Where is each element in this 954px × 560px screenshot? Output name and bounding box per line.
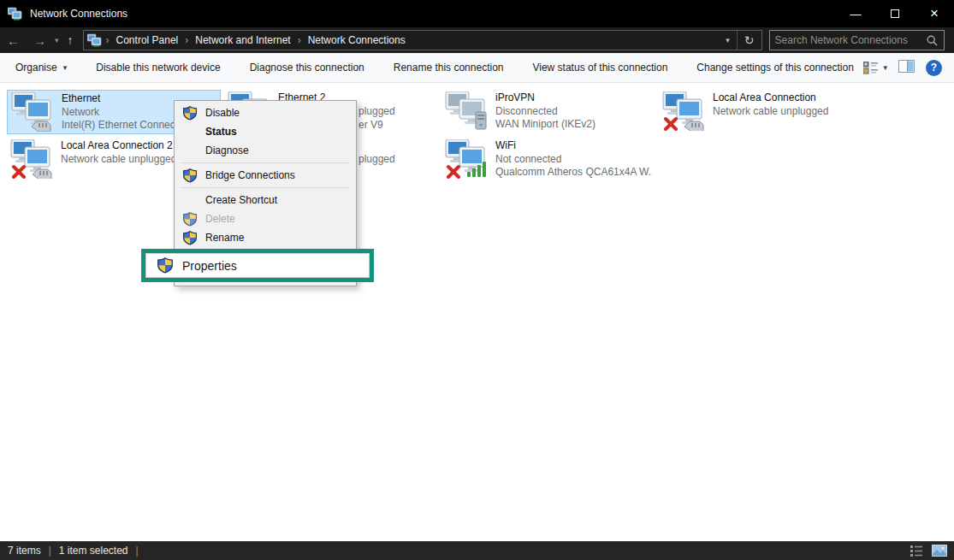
menu-item-label: Bridge Connections — [205, 169, 295, 181]
connections-list: Ethernet Network Intel(R) Ethernet Conne… — [0, 84, 954, 541]
menu-item-label: Diagnose — [205, 144, 249, 156]
connection-name: Local Area Connection 2 — [61, 139, 176, 153]
window-controls: — × — [836, 0, 954, 27]
refresh-button[interactable]: ↻ — [737, 31, 761, 50]
uac-shield-icon — [183, 231, 205, 245]
ethernet-adapter-icon — [11, 92, 54, 132]
minimize-button[interactable]: — — [836, 0, 875, 27]
connection-text: WiFi Not connected Qualcomm Atheros QCA6… — [495, 139, 652, 180]
disable-device-button[interactable]: Disable this network device — [96, 62, 220, 74]
connection-device: Qualcomm Atheros QCA61x4A W... — [495, 166, 652, 180]
connection-status: Disconnected — [495, 105, 596, 119]
menu-item-bridge-connections[interactable]: Bridge Connections — [175, 166, 356, 185]
chevron-down-icon: ▾ — [55, 36, 59, 44]
toolbar-right-icons: ▾ ? — [863, 60, 942, 76]
chevron-down-icon: ▾ — [63, 63, 68, 72]
address-bar: ← → ▾ ↑ › Control Panel › Network and In… — [0, 27, 954, 53]
change-view-button[interactable]: ▾ — [863, 62, 887, 74]
search-box — [769, 30, 945, 50]
vpn-adapter-icon — [445, 91, 488, 131]
breadcrumb-control-panel[interactable]: Control Panel — [110, 34, 186, 46]
connection-name: iProVPN — [495, 91, 596, 105]
connection-name: Local Area Connection — [713, 91, 828, 105]
details-view-icon — [863, 62, 878, 74]
connection-item-local-area-connection[interactable]: Local Area Connection Network cable unpl… — [659, 90, 873, 134]
menu-item-status[interactable]: Status — [175, 122, 356, 141]
connection-text: Ethernet Network Intel(R) Ethernet Conne… — [62, 92, 178, 132]
connection-name: Ethernet — [62, 92, 178, 106]
search-input[interactable] — [770, 34, 927, 46]
command-toolbar: Organise ▾ Disable this network device D… — [0, 53, 954, 83]
connection-status: Not connected — [495, 153, 652, 167]
occluded-status-fragment: plugged — [358, 153, 395, 165]
help-button[interactable]: ? — [926, 60, 942, 76]
organise-label: Organise — [15, 62, 57, 74]
history-dropdown-button[interactable]: ▾ — [53, 36, 61, 44]
statusbar-view-toggles — [910, 545, 947, 557]
up-icon: ↑ — [68, 33, 74, 47]
occluded-status-fragment: plugged — [358, 105, 395, 117]
maximize-button[interactable] — [875, 0, 915, 27]
menu-item-label: Disable — [205, 107, 240, 119]
maximize-icon — [891, 9, 899, 18]
menu-item-label: Create Shortcut — [205, 194, 277, 206]
help-icon: ? — [931, 62, 937, 74]
status-separator: | — [136, 545, 139, 557]
connection-text: iProVPN Disconnected WAN Miniport (IKEv2… — [495, 91, 596, 133]
connection-device: WAN Miniport (IKEv2) — [495, 118, 596, 132]
back-icon: ← — [7, 33, 20, 48]
window-title: Network Connections — [30, 8, 127, 20]
menu-item-diagnose[interactable]: Diagnose — [175, 141, 356, 160]
up-button[interactable]: ↑ — [61, 33, 80, 47]
breadcrumb-network-connections[interactable]: Network Connections — [301, 34, 412, 46]
forward-icon: → — [33, 33, 46, 48]
location-icon — [87, 33, 102, 48]
diagnose-connection-button[interactable]: Diagnose this connection — [250, 62, 364, 74]
connection-status: Network — [62, 106, 178, 120]
occluded-device-fragment: er V9 — [358, 119, 383, 131]
back-button[interactable]: ← — [0, 33, 27, 48]
refresh-icon: ↻ — [744, 33, 755, 47]
close-button[interactable]: × — [915, 0, 954, 27]
preview-pane-button[interactable] — [898, 60, 915, 75]
search-icon[interactable] — [927, 35, 938, 46]
uac-shield-icon — [183, 212, 205, 227]
menu-item-label: Status — [205, 126, 237, 138]
chevron-down-icon: ▾ — [726, 36, 730, 44]
app-icon — [8, 7, 22, 21]
connection-item-wifi[interactable]: WiFi Not connected Qualcomm Atheros QCA6… — [441, 138, 655, 182]
menu-item-disable[interactable]: Disable — [175, 103, 356, 122]
titlebar: Network Connections — × — [0, 0, 954, 27]
items-count: 7 items — [8, 545, 41, 557]
rename-connection-button[interactable]: Rename this connection — [394, 62, 504, 74]
ethernet-unplugged-icon — [662, 91, 705, 131]
connection-text: Local Area Connection Network cable unpl… — [713, 91, 828, 133]
minimize-icon: — — [850, 8, 862, 21]
breadcrumb-network-and-internet[interactable]: Network and Internet — [188, 34, 297, 46]
menu-item-label: Rename — [205, 232, 244, 244]
connection-status: Network cable unplugged — [713, 105, 828, 119]
change-settings-button[interactable]: Change settings of this connection — [696, 62, 853, 74]
view-status-button[interactable]: View status of this connection — [532, 62, 667, 74]
forward-button[interactable]: → — [27, 33, 53, 48]
menu-item-create-shortcut[interactable]: Create Shortcut — [175, 191, 356, 209]
organise-button[interactable]: Organise ▾ — [15, 62, 67, 74]
menu-item-properties[interactable]: Properties — [145, 253, 370, 278]
thumbnail-view-toggle-icon[interactable] — [932, 545, 947, 557]
wifi-adapter-icon — [445, 139, 488, 179]
connection-item-iprovpn[interactable]: iProVPN Disconnected WAN Miniport (IKEv2… — [441, 90, 655, 134]
connection-status: Network cable unplugged — [61, 153, 176, 167]
connection-name: WiFi — [495, 139, 652, 153]
address-dropdown-button[interactable]: ▾ — [719, 36, 737, 44]
address-field[interactable]: › Control Panel › Network and Internet ›… — [83, 30, 762, 50]
menu-item-rename[interactable]: Rename — [175, 228, 356, 247]
uac-shield-icon — [183, 168, 205, 183]
status-separator: | — [49, 545, 51, 557]
selection-count: 1 item selected — [59, 545, 128, 557]
menu-item-delete: Delete — [175, 209, 356, 228]
preview-pane-icon — [898, 60, 915, 73]
uac-shield-icon — [183, 106, 205, 121]
details-view-toggle-icon[interactable] — [910, 545, 923, 557]
network-connections-window: Network Connections — × ← → ▾ ↑ › Contro… — [0, 0, 954, 560]
connection-text: Local Area Connection 2 Network cable un… — [61, 139, 176, 180]
